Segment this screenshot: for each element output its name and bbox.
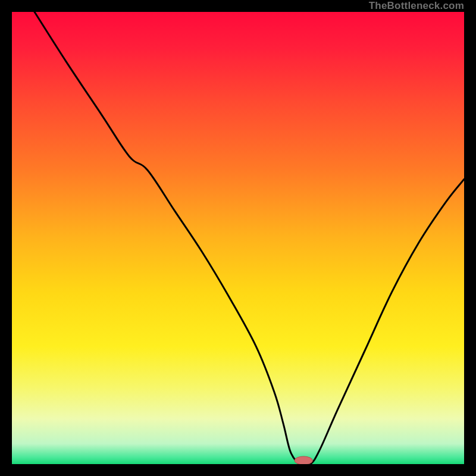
gradient-background bbox=[12, 12, 464, 464]
optimal-point-marker bbox=[295, 456, 312, 464]
chart-svg bbox=[12, 12, 464, 464]
plot-area bbox=[12, 12, 464, 464]
watermark-text: TheBottleneck.com bbox=[369, 0, 464, 12]
chart-frame: TheBottleneck.com bbox=[0, 0, 476, 476]
